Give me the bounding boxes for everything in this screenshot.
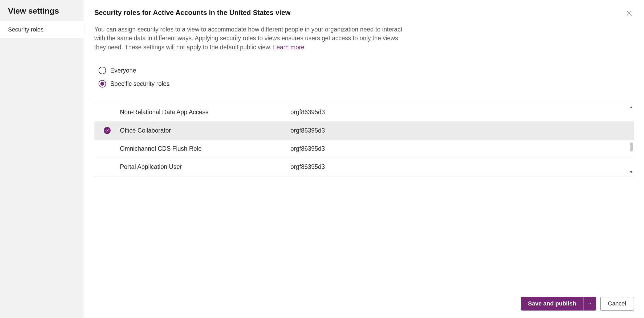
role-org: orgf86395d3 xyxy=(290,158,634,176)
sidebar-item-security-roles[interactable]: Security roles xyxy=(0,21,84,38)
radio-icon xyxy=(99,67,106,74)
role-row[interactable]: Non-Relational Data App Accessorgf86395d… xyxy=(94,103,634,121)
page-title: Security roles for Active Accounts in th… xyxy=(94,9,290,17)
radio-everyone-label: Everyone xyxy=(110,67,136,74)
footer-actions: Save and publish Cancel xyxy=(94,286,634,311)
role-row-check-cell[interactable] xyxy=(94,103,120,121)
scope-radio-group: Everyone Specific security roles xyxy=(94,67,634,93)
main-panel: Security roles for Active Accounts in th… xyxy=(84,0,644,318)
role-row[interactable]: Portal Application Userorgf86395d3 xyxy=(94,158,634,176)
save-and-publish-button[interactable]: Save and publish xyxy=(521,297,583,311)
save-and-publish-split-button: Save and publish xyxy=(521,297,596,311)
checkmark-icon xyxy=(104,127,111,134)
roles-list: ▲ Non-Relational Data App Accessorgf8639… xyxy=(94,103,634,176)
role-name: Omnichannel CDS Flush Role xyxy=(120,140,290,158)
role-row[interactable]: Office Collaboratororgf86395d3 xyxy=(94,121,634,140)
scroll-down-icon[interactable]: ▼ xyxy=(629,170,634,174)
role-row-check-cell[interactable] xyxy=(94,140,120,158)
radio-icon xyxy=(99,80,106,88)
cancel-button[interactable]: Cancel xyxy=(600,297,634,311)
radio-specific-roles[interactable]: Specific security roles xyxy=(99,80,634,88)
save-and-publish-dropdown[interactable] xyxy=(583,297,596,311)
description-text: You can assign security roles to a view … xyxy=(94,25,409,52)
role-row-check-cell[interactable] xyxy=(94,121,120,140)
learn-more-link[interactable]: Learn more xyxy=(273,44,305,51)
role-org: orgf86395d3 xyxy=(290,121,634,140)
role-row-check-cell[interactable] xyxy=(94,158,120,176)
role-org: orgf86395d3 xyxy=(290,140,634,158)
close-button[interactable] xyxy=(624,9,634,18)
scrollbar-thumb[interactable] xyxy=(630,142,633,152)
radio-specific-label: Specific security roles xyxy=(110,80,169,88)
chevron-down-icon xyxy=(588,301,592,306)
close-icon xyxy=(626,10,633,17)
role-name: Portal Application User xyxy=(120,158,290,176)
role-name: Office Collaborator xyxy=(120,121,290,140)
radio-everyone[interactable]: Everyone xyxy=(99,67,634,74)
sidebar-title: View settings xyxy=(0,0,84,21)
role-row[interactable]: Omnichannel CDS Flush Roleorgf86395d3 xyxy=(94,140,634,158)
description-body: You can assign security roles to a view … xyxy=(94,26,402,51)
sidebar: View settings Security roles xyxy=(0,0,84,318)
scroll-up-icon[interactable]: ▲ xyxy=(629,105,634,109)
role-org: orgf86395d3 xyxy=(290,103,634,121)
role-name: Non-Relational Data App Access xyxy=(120,103,290,121)
